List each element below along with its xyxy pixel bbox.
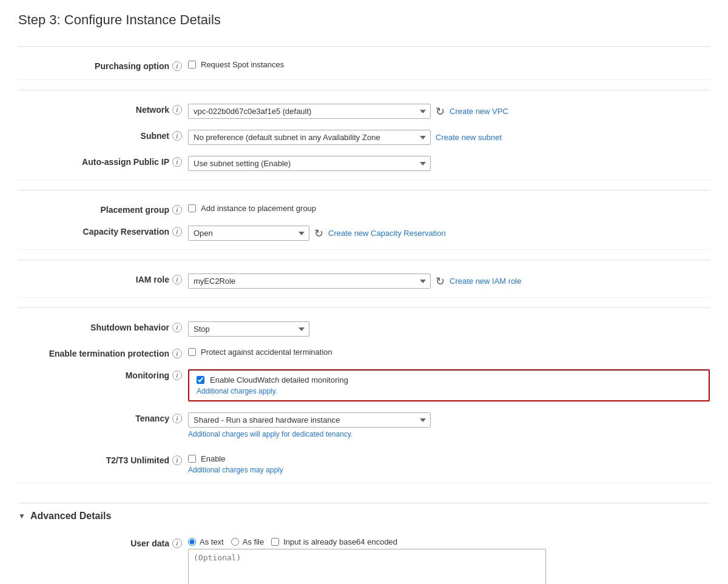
network-label: Network i	[18, 102, 188, 115]
placement-group-label: Placement group i	[18, 203, 188, 215]
create-new-capacity-reservation-link[interactable]: Create new Capacity Reservation	[328, 229, 446, 238]
purchasing-option-checkbox-label[interactable]: Request Spot instances	[188, 60, 710, 69]
user-data-radio-text-label[interactable]: As text	[188, 537, 224, 546]
purchasing-option-checkbox[interactable]	[188, 61, 196, 69]
capacity-reservation-select[interactable]: Open	[188, 226, 309, 241]
capacity-reservation-refresh-icon[interactable]: ↻	[314, 228, 323, 239]
termination-protection-info-icon[interactable]: i	[172, 349, 182, 358]
purchasing-option-info-icon[interactable]: i	[172, 61, 182, 71]
subnet-select[interactable]: No preference (default subnet in any Ava…	[188, 130, 431, 145]
tenancy-label: Tenancy i	[18, 411, 188, 423]
t2t3-unlimited-label: T2/T3 Unlimited i	[18, 453, 188, 465]
t2t3-unlimited-checkbox-label[interactable]: Enable	[188, 454, 710, 463]
monitoring-checkbox[interactable]	[197, 376, 204, 384]
network-control: vpc-022b0d67c0e3af1e5 (default) ↻ Create…	[188, 102, 710, 119]
advanced-details-triangle: ▼	[18, 512, 25, 520]
termination-protection-label: Enable termination protection i	[18, 346, 188, 358]
network-info-icon[interactable]: i	[172, 105, 182, 115]
monitoring-charges-link[interactable]: Additional charges apply.	[197, 387, 701, 395]
t2t3-unlimited-control: Enable Additional charges may apply	[188, 453, 710, 474]
tenancy-select[interactable]: Shared - Run a shared hardware instance	[188, 412, 431, 428]
termination-protection-checkbox-label[interactable]: Protect against accidental termination	[188, 347, 710, 357]
user-data-control: As text As file Input is already base64 …	[188, 536, 710, 584]
shutdown-behavior-info-icon[interactable]: i	[172, 323, 182, 332]
user-data-radio-group: As text As file Input is already base64 …	[188, 537, 710, 546]
shutdown-behavior-select[interactable]: Stop	[188, 321, 309, 337]
auto-assign-ip-info-icon[interactable]: i	[172, 157, 182, 167]
user-data-label: User data i	[18, 536, 188, 548]
iam-role-select[interactable]: myEC2Role	[188, 274, 431, 289]
monitoring-info-icon[interactable]: i	[172, 371, 182, 380]
create-new-subnet-link[interactable]: Create new subnet	[436, 133, 502, 142]
user-data-radio-file[interactable]	[231, 538, 239, 546]
capacity-reservation-label: Capacity Reservation i	[18, 224, 188, 237]
user-data-info-icon[interactable]: i	[172, 539, 182, 548]
auto-assign-ip-control: Use subnet setting (Enable)	[188, 155, 710, 171]
user-data-radio-text[interactable]	[188, 538, 196, 546]
t2t3-charges-link[interactable]: Additional charges may apply	[188, 466, 710, 474]
placement-group-checkbox-label[interactable]: Add instance to placement group	[188, 204, 710, 213]
iam-role-control: myEC2Role ↻ Create new IAM role	[188, 272, 710, 289]
iam-role-label: IAM role i	[18, 272, 188, 284]
termination-protection-checkbox[interactable]	[188, 348, 196, 356]
t2t3-unlimited-checkbox[interactable]	[188, 455, 196, 463]
monitoring-highlighted-box: Enable CloudWatch detailed monitoring Ad…	[188, 369, 710, 401]
placement-group-control: Add instance to placement group	[188, 203, 710, 213]
create-new-iam-role-link[interactable]: Create new IAM role	[450, 277, 522, 286]
tenancy-charges-text: Additional charges will apply for dedica…	[188, 430, 710, 438]
subnet-label: Subnet i	[18, 129, 188, 141]
page-title: Step 3: Configure Instance Details	[18, 12, 710, 34]
tenancy-control: Shared - Run a shared hardware instance …	[188, 411, 710, 438]
auto-assign-ip-select[interactable]: Use subnet setting (Enable)	[188, 156, 431, 171]
capacity-reservation-control: Open ↻ Create new Capacity Reservation	[188, 224, 710, 241]
monitoring-label: Monitoring i	[18, 368, 188, 380]
t2t3-unlimited-info-icon[interactable]: i	[172, 455, 182, 465]
user-data-base64-checkbox[interactable]	[271, 538, 279, 546]
termination-protection-control: Protect against accidental termination	[188, 346, 710, 357]
placement-group-checkbox[interactable]	[188, 204, 196, 212]
user-data-radio-base64-label[interactable]: Input is already base64 encoded	[271, 537, 397, 546]
placement-group-info-icon[interactable]: i	[172, 205, 182, 215]
purchasing-option-label: Purchasing option i	[18, 59, 188, 71]
monitoring-control: Enable CloudWatch detailed monitoring Ad…	[188, 368, 710, 401]
shutdown-behavior-control: Stop	[188, 320, 710, 337]
subnet-info-icon[interactable]: i	[172, 131, 182, 141]
network-refresh-icon[interactable]: ↻	[436, 106, 445, 117]
shutdown-behavior-label: Shutdown behavior i	[18, 320, 188, 332]
iam-role-info-icon[interactable]: i	[172, 275, 182, 284]
advanced-details-title: Advanced Details	[30, 511, 111, 522]
user-data-textarea[interactable]	[188, 549, 546, 584]
advanced-details-header[interactable]: ▼ Advanced Details	[18, 511, 710, 522]
advanced-details-section: ▼ Advanced Details User data i As text A…	[18, 503, 710, 584]
user-data-radio-file-label[interactable]: As file	[231, 537, 264, 546]
iam-role-refresh-icon[interactable]: ↻	[436, 276, 445, 287]
network-select[interactable]: vpc-022b0d67c0e3af1e5 (default)	[188, 104, 431, 119]
purchasing-option-control: Request Spot instances	[188, 59, 710, 69]
auto-assign-ip-label: Auto-assign Public IP i	[18, 155, 188, 167]
subnet-control: No preference (default subnet in any Ava…	[188, 129, 710, 145]
capacity-reservation-info-icon[interactable]: i	[172, 227, 182, 237]
tenancy-info-icon[interactable]: i	[172, 414, 182, 423]
create-new-vpc-link[interactable]: Create new VPC	[450, 107, 508, 116]
